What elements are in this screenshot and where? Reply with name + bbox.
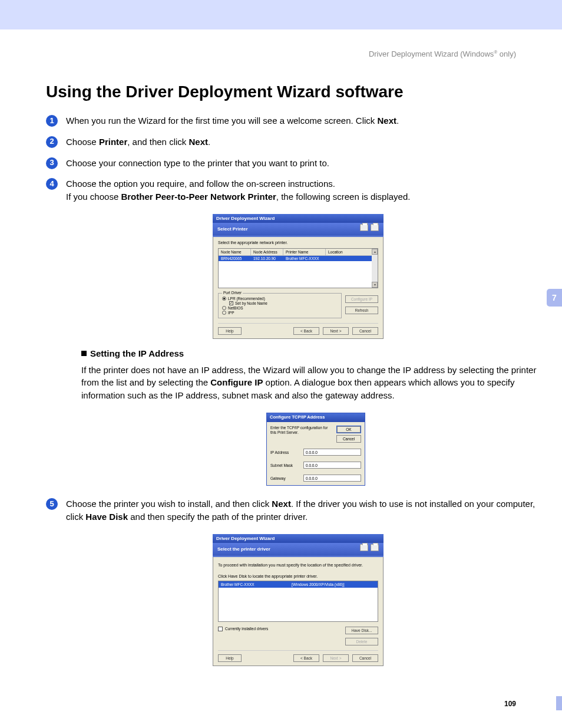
radio-lpr-label: LPR (Recommended) [228,297,265,301]
step-5-b2: Have Disk [85,512,128,522]
configure-ip-button[interactable]: Configure IP [345,295,378,303]
step-2-post: . [208,137,210,147]
port-driver-fieldset: Port Driver LPR (Recommended) ✓Set by No… [218,293,342,318]
cancel-button[interactable]: Cancel [336,435,361,443]
step-1-bold: Next [378,116,397,126]
ok-button[interactable]: OK [336,426,361,433]
col-node-name: Node Name [219,249,251,255]
dlg2-title: Configure TCP/IP Address [267,413,365,422]
cancel-button[interactable]: Cancel [352,327,378,335]
help-button[interactable]: Help [218,654,242,662]
radio-icon [222,297,226,301]
radio-ipp[interactable]: IPP [222,311,338,315]
label-mask: Subnet Mask [270,463,299,468]
cell-driver-name: Brother MFC-XXXX [219,581,289,588]
delete-button[interactable]: Delete [345,638,378,645]
col-location: Location [326,249,378,255]
step-5-pre: Choose the printer you wish to install, … [66,499,272,509]
running-header: Driver Deployment Wizard (Windows® only) [369,50,516,58]
step-2: 2 Choose Printer, and then click Next. [46,136,550,149]
step-4-l2-post: , the following screen is displayed. [276,192,411,202]
radio-icon [222,311,226,315]
help-button[interactable]: Help [218,327,242,335]
step-5: 5 Choose the printer you wish to install… [46,498,550,523]
setting-ip-section: Setting the IP Address If the printer do… [81,347,550,486]
cell-node-address: 192.10.20.90 [251,256,283,261]
label-gateway: Gateway [270,476,299,481]
page-title: Using the Driver Deployment Wizard softw… [46,83,404,101]
chapter-tab: 7 [547,289,562,307]
cell-node-name: BRN420065 [219,256,251,261]
label-ip: IP Address [270,450,299,455]
check-set-by-node-label: Set by Node Name [235,301,267,305]
header-post: only) [497,50,516,58]
input-gateway[interactable]: 0.0.0.0 [303,475,361,482]
dlg3-instr1: To proceed with installation you must sp… [218,563,378,567]
corner-accent [556,696,562,710]
col-printer-name: Printer Name [283,249,326,255]
scroll-down-icon[interactable]: ▾ [372,282,378,288]
step-3-badge: 3 [46,157,58,169]
dialog-select-printer: Driver Deployment Wizard Select Printer … [213,214,384,339]
driver-list[interactable]: Brother MFC-XXXX [Windows 2000/XP/Vista … [218,581,378,622]
input-mask[interactable]: 0.0.0.0 [303,462,361,469]
step-5-post: and then specify the path of the printer… [128,512,308,522]
cancel-button[interactable]: Cancel [352,654,378,662]
step-4-l2-b: Brother Peer-to-Peer Network Printer [121,192,276,202]
step-1-pre: When you run the Wizard for the first ti… [66,116,378,126]
cell-driver-os: [Windows 2000/XP/Vista (x86)] [289,581,378,588]
check-set-by-node[interactable]: ✓Set by Node Name [229,301,338,305]
step-1-badge: 1 [46,115,58,127]
printer-icons [360,544,379,551]
step-4: 4 Choose the option you require, and fol… [46,177,550,203]
next-button[interactable]: Next > [323,327,349,335]
dlg3-title: Driver Deployment Wizard [213,534,384,543]
dlg3-instr2: Click Have Disk to locate the appropriat… [218,574,378,578]
back-button[interactable]: < Back [293,654,319,662]
printer-icons [360,224,379,231]
list-row[interactable]: Brother MFC-XXXX [Windows 2000/XP/Vista … [219,581,378,588]
dlg1-instruction: Select the appropriate network printer. [218,241,378,245]
step-2-b2: Next [189,137,208,147]
next-button[interactable]: Next > [323,654,349,662]
sub-heading: Setting the IP Address [81,347,550,360]
step-5-badge: 5 [46,498,58,510]
have-disk-button[interactable]: Have Disk... [345,627,378,634]
checkbox-icon [218,627,223,631]
radio-netbios-label: NetBIOS [228,306,243,310]
scrollbar[interactable]: ▴ ▾ [372,249,378,288]
radio-netbios[interactable]: NetBIOS [222,306,338,310]
dlg3-subtitle-bar: Select the printer driver [213,543,384,556]
step-4-line1: Choose the option you require, and follo… [66,177,550,190]
back-button[interactable]: < Back [293,327,319,335]
printer-icon [360,544,368,551]
step-5-b1: Next [272,499,291,509]
input-ip[interactable]: 0.0.0.0 [303,449,361,456]
table-row[interactable]: BRN420065 192.10.20.90 Brother MFC-XXXX [219,256,378,261]
dlg2-instruction: Enter the TCP/IP configuration for this … [270,426,333,436]
printer-icon [371,224,379,231]
sub-body-b: Configure IP [210,377,263,387]
step-2-pre: Choose [66,137,99,147]
check-installed-label: Currently installed drivers [225,627,268,631]
step-1: 1 When you run the Wizard for the first … [46,114,550,127]
top-bar [0,0,562,29]
scroll-up-icon[interactable]: ▴ [372,249,378,255]
step-4-l2-pre: If you choose [66,192,121,202]
cell-printer-name: Brother MFC-XXXX [283,256,326,261]
page-number: 109 [504,700,516,708]
step-4-badge: 4 [46,178,58,190]
check-installed-drivers[interactable]: Currently installed drivers [218,627,268,631]
radio-lpr[interactable]: LPR (Recommended) [222,297,338,301]
header-pre: Driver Deployment Wizard (Windows [369,50,494,58]
printer-table[interactable]: Node Name Node Address Printer Name Loca… [218,248,378,288]
refresh-button[interactable]: Refresh [345,307,378,314]
checkbox-icon: ✓ [229,301,233,305]
step-3: 3 Choose your connection type to the pri… [46,157,550,170]
printer-icon [360,224,368,231]
square-bullet-icon [81,351,87,356]
dlg1-subtitle-bar: Select Printer [213,223,384,236]
sub-body: If the printer does not have an IP addre… [81,364,550,402]
dlg3-subtitle: Select the printer driver [217,546,270,552]
step-2-mid: , and then click [127,137,189,147]
